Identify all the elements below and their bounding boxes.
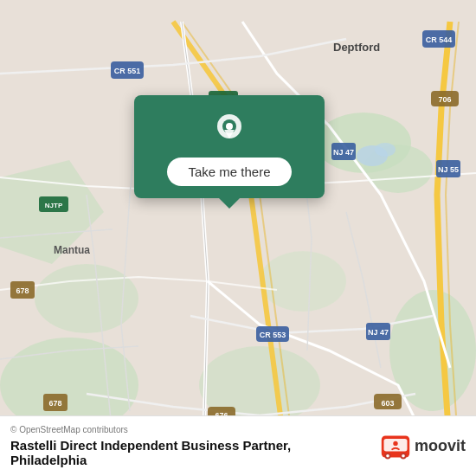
location-city: Philadelphia [10, 453, 291, 467]
location-popup: Take me there [134, 95, 325, 198]
svg-text:678: 678 [48, 399, 61, 408]
svg-text:NJTP: NJTP [45, 202, 63, 209]
location-pin-icon [210, 111, 248, 149]
map-background: CR 544 CR 551 NJ 45 NJTP NJTP NJ 47 NJ 5… [0, 0, 476, 476]
moovit-icon [380, 431, 411, 462]
svg-point-43 [226, 123, 233, 130]
svg-text:CR 551: CR 551 [114, 67, 141, 75]
svg-text:NJ 55: NJ 55 [438, 165, 459, 174]
svg-point-10 [375, 143, 396, 157]
svg-point-8 [260, 251, 346, 312]
location-info: © OpenStreetMap contributors Rastelli Di… [10, 425, 291, 467]
svg-text:678: 678 [16, 286, 29, 295]
svg-text:603: 603 [381, 399, 394, 408]
moovit-logo: moovit [380, 431, 466, 462]
svg-text:NJ 47: NJ 47 [368, 328, 389, 337]
svg-text:Deptford: Deptford [333, 41, 380, 54]
svg-point-49 [386, 454, 389, 458]
svg-point-50 [402, 454, 405, 458]
svg-text:706: 706 [438, 95, 451, 104]
bottom-bar: © OpenStreetMap contributors Rastelli Di… [0, 415, 476, 476]
svg-text:CR 553: CR 553 [260, 331, 286, 339]
svg-text:CR 544: CR 544 [426, 35, 453, 44]
moovit-text: moovit [415, 437, 466, 455]
take-me-there-button[interactable]: Take me there [167, 158, 291, 186]
svg-point-51 [393, 441, 397, 445]
svg-text:NJ 47: NJ 47 [333, 148, 354, 157]
location-name: Rastelli Direct Independent Business Par… [10, 438, 291, 453]
map-attribution: © OpenStreetMap contributors [10, 425, 291, 434]
map-container: CR 544 CR 551 NJ 45 NJTP NJTP NJ 47 NJ 5… [0, 0, 476, 476]
svg-text:Mantua: Mantua [54, 244, 90, 256]
